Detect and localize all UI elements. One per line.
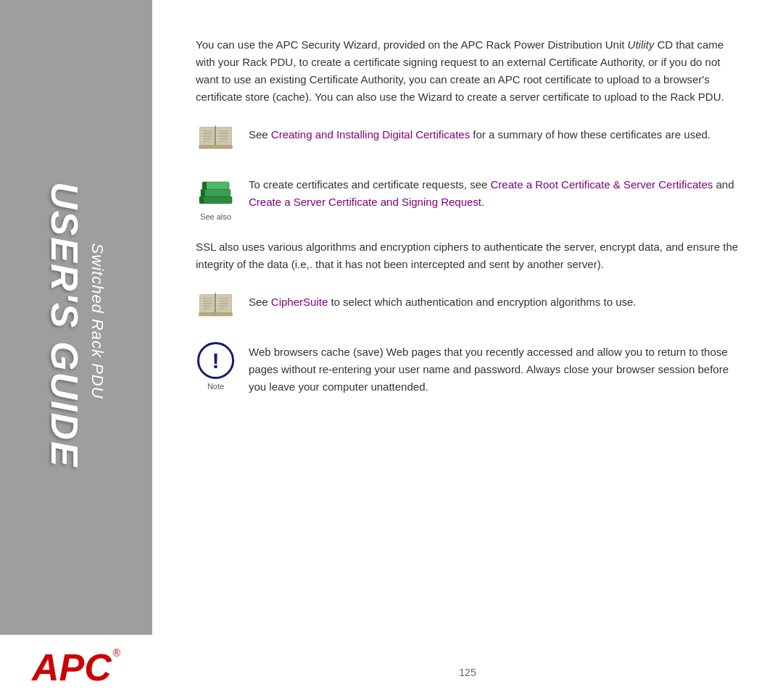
svg-rect-16 bbox=[201, 189, 231, 196]
svg-rect-19 bbox=[202, 182, 207, 189]
sidebar-title: USER'S GUIDE bbox=[46, 182, 83, 468]
link-creating-certificates[interactable]: Creating and Installing Digital Certific… bbox=[271, 128, 470, 141]
svg-rect-14 bbox=[199, 196, 232, 204]
svg-rect-6 bbox=[217, 127, 232, 146]
svg-rect-20 bbox=[199, 294, 215, 314]
page-number: 125 bbox=[196, 652, 740, 678]
see-also-label: See also bbox=[200, 212, 231, 221]
sidebar: USER'S GUIDE Switched Rack PDU APC ® bbox=[0, 0, 152, 700]
svg-rect-17 bbox=[201, 189, 205, 196]
svg-rect-0 bbox=[199, 127, 215, 146]
note-text-1: See Creating and Installing Digital Cert… bbox=[249, 123, 710, 143]
open-book-icon-2 bbox=[196, 291, 236, 323]
main-content: You can use the APC Security Wizard, pro… bbox=[152, 0, 783, 700]
cipher-note-text: See CipherSuite to select which authenti… bbox=[249, 291, 637, 311]
link-create-server-cert[interactable]: Create a Server Certificate and Signing … bbox=[249, 196, 481, 208]
see-also-icon-container: See also bbox=[196, 173, 236, 221]
warning-note-text: Web browsers cache (save) Web pages that… bbox=[249, 341, 740, 396]
warning-note-block: ! Note Web browsers cache (save) Web pag… bbox=[196, 341, 740, 396]
sidebar-logo-area: APC ® bbox=[0, 635, 152, 700]
note-block-cipher: See CipherSuite to select which authenti… bbox=[196, 291, 740, 323]
svg-rect-26 bbox=[217, 294, 232, 314]
intro-paragraph: You can use the APC Security Wizard, pro… bbox=[196, 36, 740, 106]
see-also-text: To create certificates and certificate r… bbox=[249, 173, 740, 211]
note-icon-container: ! Note bbox=[196, 341, 236, 391]
apc-logo: APC ® bbox=[32, 649, 120, 686]
ssl-paragraph: SSL also uses various algorithms and enc… bbox=[196, 238, 740, 273]
svg-rect-33 bbox=[199, 313, 233, 317]
see-also-block: See also To create certificates and cert… bbox=[196, 173, 740, 221]
svg-rect-15 bbox=[199, 196, 204, 204]
note-block-1: See Creating and Installing Digital Cert… bbox=[196, 123, 740, 156]
sidebar-subtitle: Switched Rack PDU bbox=[88, 243, 107, 399]
exclamation-circle-icon: ! bbox=[196, 341, 236, 380]
open-book-icon bbox=[196, 123, 236, 156]
svg-text:!: ! bbox=[212, 349, 220, 372]
link-ciphersuite[interactable]: CipherSuite bbox=[271, 296, 328, 308]
apc-registered: ® bbox=[113, 647, 120, 659]
link-create-root-cert[interactable]: Create a Root Certificate & Server Certi… bbox=[491, 178, 713, 191]
svg-rect-13 bbox=[199, 146, 233, 149]
note-label: Note bbox=[207, 382, 224, 391]
apc-logo-text: APC bbox=[32, 649, 112, 686]
stacked-books-icon bbox=[196, 173, 236, 209]
